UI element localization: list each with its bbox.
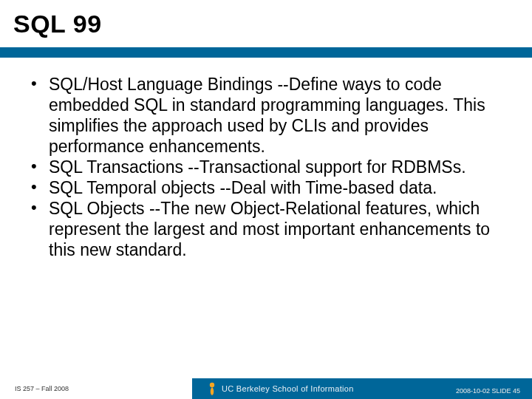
slide-title: SQL 99 — [13, 10, 102, 38]
berkeley-logo-icon — [207, 381, 217, 396]
footer-school-name: UC Berkeley School of Information — [222, 384, 354, 393]
footer-course-label: IS 257 – Fall 2008 — [0, 385, 192, 392]
list-item: SQL Temporal objects --Deal with Time-ba… — [28, 177, 504, 198]
list-item: SQL/Host Language Bindings --Define ways… — [28, 74, 504, 157]
footer: IS 257 – Fall 2008 UC Berkeley School of… — [0, 378, 532, 399]
list-item: SQL Transactions --Transactional support… — [28, 157, 504, 177]
slide-body: SQL/Host Language Bindings --Define ways… — [0, 58, 532, 260]
title-bar: SQL 99 — [0, 0, 532, 47]
footer-date-slide: 2008-10-02 SLIDE 45 — [456, 387, 520, 395]
svg-point-0 — [210, 383, 214, 387]
list-item: SQL Objects --The new Object-Relational … — [28, 198, 504, 260]
footer-brand-band: UC Berkeley School of Information 2008-1… — [192, 378, 532, 399]
title-underline-band — [0, 47, 532, 58]
bullet-list: SQL/Host Language Bindings --Define ways… — [28, 74, 504, 260]
